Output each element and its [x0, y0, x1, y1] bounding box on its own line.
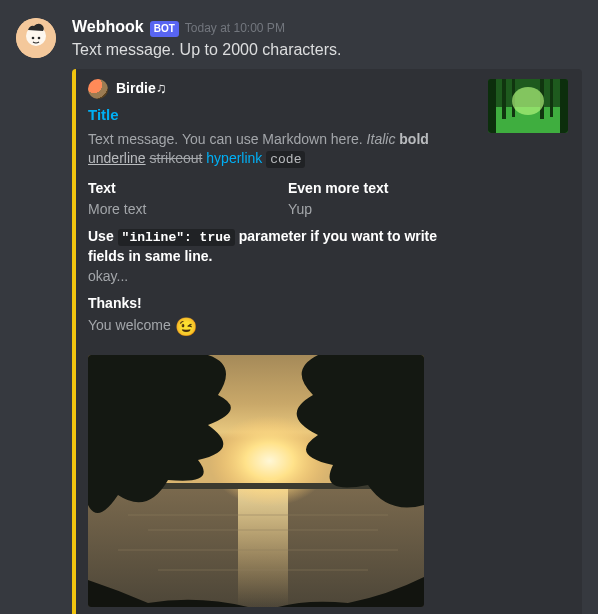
svg-point-22 [512, 87, 544, 115]
embed-image[interactable] [88, 355, 424, 607]
bot-tag: BOT [150, 21, 179, 37]
message-header: Webhook BOT Today at 10:00 PM [72, 16, 582, 38]
message-body: Webhook BOT Today at 10:00 PM Text messa… [72, 16, 582, 614]
embed-fields: Text More text Even more text Yup Use "i… [88, 179, 472, 347]
field-value: More text [88, 200, 272, 219]
desc-strikeout: strikeout [150, 150, 203, 166]
svg-point-2 [32, 37, 35, 40]
field-value-text: You welcome [88, 317, 175, 333]
desc-bold: bold [399, 131, 429, 147]
wink-emoji-icon: 😉 [175, 315, 197, 340]
svg-rect-21 [550, 79, 553, 117]
desc-italic: Italic [367, 131, 396, 147]
svg-rect-17 [560, 79, 568, 133]
field-value: Yup [288, 200, 472, 219]
svg-point-3 [38, 37, 41, 40]
svg-rect-18 [502, 79, 506, 119]
field-name: Even more text [288, 179, 472, 198]
message-content: Text message. Up to 2000 characters. [72, 39, 582, 61]
embed-author-icon [88, 79, 108, 99]
embed-author[interactable]: Birdie♫ [88, 79, 472, 99]
embed-field: Use "inline": true parameter if you want… [88, 227, 472, 286]
field-value: You welcome 😉 [88, 315, 472, 340]
desc-hyperlink[interactable]: hyperlink [206, 150, 262, 166]
desc-code: code [266, 151, 305, 168]
desc-underline: underline [88, 150, 146, 166]
field-name-code: "inline": true [118, 229, 235, 246]
desc-prefix: Text message. You can use Markdown here. [88, 131, 367, 147]
timestamp: Today at 10:00 PM [185, 20, 285, 37]
embed-description: Text message. You can use Markdown here.… [88, 130, 472, 170]
embed-author-name: Birdie♫ [116, 79, 166, 98]
embed-thumbnail[interactable] [488, 79, 568, 133]
field-name: Use "inline": true parameter if you want… [88, 227, 472, 266]
field-name: Text [88, 179, 272, 198]
username[interactable]: Webhook [72, 16, 144, 38]
field-name-pre: Use [88, 228, 118, 244]
embed-title[interactable]: Title [88, 105, 472, 126]
embed-field: Even more text Yup [288, 179, 472, 219]
svg-rect-16 [488, 79, 496, 133]
field-value: okay... [88, 267, 472, 286]
message: Webhook BOT Today at 10:00 PM Text messa… [16, 16, 582, 614]
embed: Birdie♫ Title Text message. You can use … [72, 69, 582, 614]
field-name: Thanks! [88, 294, 472, 313]
embed-field: Text More text [88, 179, 272, 219]
avatar[interactable] [16, 18, 56, 58]
embed-field: Thanks! You welcome 😉 [88, 294, 472, 339]
